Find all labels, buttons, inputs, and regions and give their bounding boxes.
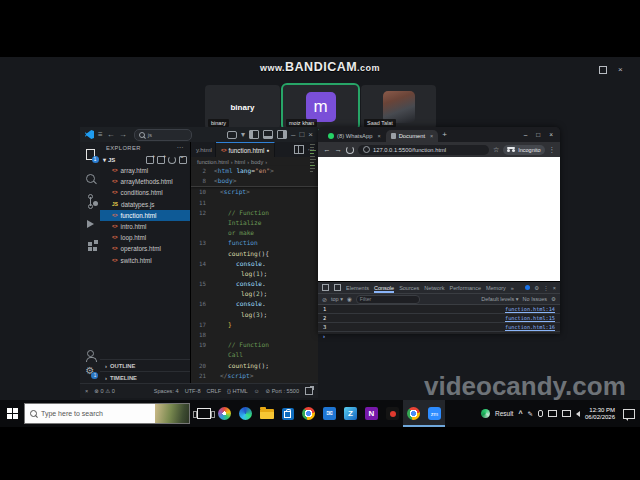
new-tab-icon[interactable]: +	[442, 130, 447, 139]
go-live-icon[interactable]	[305, 387, 313, 395]
toggle-sidebar-icon[interactable]	[249, 130, 259, 139]
chevron-down-icon[interactable]: ▾	[241, 131, 245, 139]
explorer-file-item[interactable]: <> arrayMethods.html	[100, 176, 190, 187]
explorer-file-item[interactable]: <> function.html	[100, 210, 190, 221]
taskbar-chrome-icon[interactable]	[403, 400, 424, 427]
taskbar-mail-icon[interactable]: ✉	[319, 400, 340, 427]
explorer-file-item[interactable]: <> loop.html	[100, 232, 190, 243]
devtools-activity-icon[interactable]	[525, 285, 530, 290]
breadcrumb[interactable]: function.html› html› body›	[191, 157, 318, 166]
tab-whatsapp[interactable]: (8) WhatsApp ×	[323, 130, 386, 142]
live-server-port[interactable]: ⊘ Port : 5500	[265, 388, 299, 394]
log-levels-select[interactable]: Default levels ▾	[481, 296, 518, 302]
devtools-tab-sources[interactable]: Sources	[399, 282, 419, 293]
restore-icon[interactable]	[599, 66, 607, 74]
collapse-folders-icon[interactable]	[179, 156, 187, 164]
taskbar-clock[interactable]: 12:30 PM 06/02/2026	[585, 407, 615, 421]
eol-indicator[interactable]: CRLF	[207, 388, 222, 394]
network-icon[interactable]	[562, 410, 571, 417]
issues-counter[interactable]: No Issues	[523, 296, 547, 302]
devtools-settings-icon[interactable]: ⚙	[534, 285, 539, 291]
devtools-tab-performance[interactable]: Performance	[449, 282, 481, 293]
taskbar-app-z-icon[interactable]: Z	[340, 400, 361, 427]
participant-tile-saad[interactable]: Saad Talat	[361, 85, 436, 129]
participant-tile-moiz[interactable]: m moiz khan	[283, 85, 358, 129]
tab-function-html[interactable]: <> function.html ●	[216, 142, 275, 157]
remote-indicator-icon[interactable]: ×	[85, 388, 88, 394]
devtools-menu-icon[interactable]: ⋮	[543, 285, 549, 291]
taskbar-search-input[interactable]: Type here to search	[24, 403, 190, 424]
minimize-icon[interactable]: –	[524, 131, 528, 138]
close-tab-icon[interactable]: ×	[430, 133, 433, 139]
address-bar[interactable]: 127.0.0.1:5500/function.html	[358, 145, 489, 155]
devtools-tab-elements[interactable]: Elements	[346, 282, 369, 293]
close-icon[interactable]: ×	[549, 131, 553, 138]
unsaved-dot-icon[interactable]: ●	[266, 147, 269, 153]
battery-icon[interactable]	[548, 410, 557, 417]
maximize-icon[interactable]: □	[299, 131, 304, 139]
code-editor[interactable]: 10<script>1112// FunctionIntializeor mak…	[191, 187, 318, 383]
back-icon[interactable]: ←	[107, 131, 115, 139]
maximize-icon[interactable]: □	[536, 131, 540, 138]
partial-tab[interactable]: y.html	[191, 142, 216, 157]
toggle-secondary-sidebar-icon[interactable]	[277, 130, 287, 139]
new-file-icon[interactable]	[146, 156, 154, 164]
action-center-icon[interactable]	[623, 409, 635, 419]
explorer-file-item[interactable]: <> operators.html	[100, 243, 190, 254]
new-folder-icon[interactable]	[157, 156, 165, 164]
taskbar-zoom-icon[interactable]: zm	[424, 400, 445, 427]
close-tab-icon[interactable]: ×	[377, 133, 380, 139]
inspect-element-icon[interactable]	[322, 284, 329, 291]
explorer-file-item[interactable]: <> array.html	[100, 165, 190, 176]
tab-document[interactable]: Document ×	[386, 130, 439, 142]
explorer-file-item[interactable]: JS datatypes.js	[100, 199, 190, 210]
taskbar-task-view-icon[interactable]	[193, 400, 214, 427]
refresh-icon[interactable]	[168, 156, 176, 164]
outline-section[interactable]: › OUTLINE	[100, 359, 190, 371]
language-indicator[interactable]: {} HTML	[227, 388, 248, 394]
participant-tile-binary[interactable]: binary binary	[205, 85, 280, 129]
devtools-tab-console[interactable]: Console	[374, 282, 394, 293]
console-filter-input[interactable]: Filter	[356, 295, 420, 304]
eye-icon[interactable]: ◉	[347, 296, 352, 302]
problems-indicator[interactable]: ⊗ 0 ⚠ 0	[94, 388, 115, 394]
taskbar-chrome-icon[interactable]	[298, 400, 319, 427]
microphone-icon[interactable]	[538, 410, 543, 417]
taskbar-bandicam-icon[interactable]	[382, 400, 403, 427]
devtools-tab-memory[interactable]: Memory	[486, 282, 506, 293]
encoding-indicator[interactable]: UTF-8	[185, 388, 201, 394]
account-icon[interactable]	[87, 350, 94, 357]
tabs-overflow-icon[interactable]: »	[511, 285, 514, 291]
explorer-file-item[interactable]: <> conditions.html	[100, 187, 190, 198]
source-link[interactable]: function.html:14	[505, 306, 555, 312]
device-toolbar-icon[interactable]	[334, 284, 341, 291]
command-search-input[interactable]: js	[134, 129, 192, 141]
forward-icon[interactable]: →	[119, 131, 127, 139]
extensions-icon[interactable]	[88, 242, 92, 246]
timeline-section[interactable]: › TIMELINE	[100, 371, 190, 383]
indentation-indicator[interactable]: Spaces: 4	[154, 388, 179, 394]
minimize-icon[interactable]: –	[291, 131, 295, 139]
close-icon[interactable]: ×	[308, 131, 313, 139]
explorer-file-item[interactable]: <> switch.html	[100, 255, 190, 266]
forward-icon[interactable]: →	[335, 146, 343, 153]
search-highlight-thumbnail[interactable]	[155, 404, 189, 423]
feedback-smiley-icon[interactable]: ☺	[254, 388, 260, 394]
menu-icon[interactable]: ≡	[98, 131, 103, 139]
explorer-file-item[interactable]: <> intro.html	[100, 221, 190, 232]
taskbar-edge-icon[interactable]	[235, 400, 256, 427]
pen-icon[interactable]: ✎	[528, 410, 533, 418]
site-info-icon[interactable]	[363, 146, 370, 153]
explorer-icon[interactable]: 1	[86, 149, 95, 160]
close-icon[interactable]: ×	[618, 67, 623, 73]
bookmark-star-icon[interactable]: ☆	[493, 146, 499, 154]
taskbar-file-explorer-icon[interactable]	[256, 400, 277, 427]
clear-console-icon[interactable]: ⊘	[322, 296, 327, 303]
run-debug-icon[interactable]	[87, 220, 94, 228]
source-link[interactable]: function.html:15	[505, 315, 555, 321]
settings-gear-icon[interactable]: ⚙ 1	[86, 366, 95, 376]
taskbar-store-icon[interactable]	[277, 400, 298, 427]
result-app-icon[interactable]	[481, 409, 490, 418]
source-control-icon[interactable]	[90, 197, 91, 206]
minimap[interactable]	[310, 144, 317, 172]
